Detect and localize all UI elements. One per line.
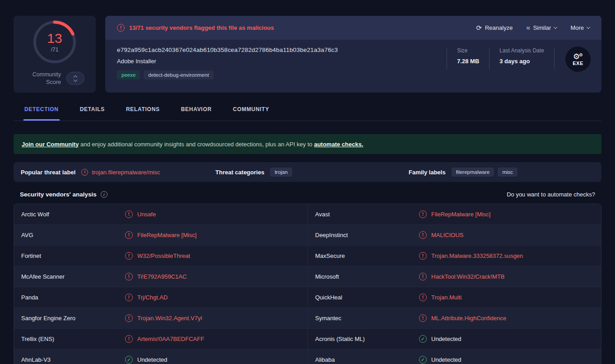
malicious-icon: ! [125, 231, 133, 239]
more-button[interactable]: More [570, 24, 590, 31]
similar-button[interactable]: ≈ Similar [526, 24, 557, 31]
vendor-result-text: Undetected [431, 336, 461, 342]
threat-classification-panel: Popular threat label ! trojan.filerepmal… [14, 162, 601, 182]
community-vote-widget[interactable] [66, 72, 84, 85]
vendor-cell: QuickHeal!Trojan.Multi [308, 287, 601, 308]
malicious-icon: ! [419, 294, 427, 301]
tab-details[interactable]: DETAILS [79, 100, 106, 121]
automate-checks-prompt[interactable]: Do you want to automate checks? [507, 191, 595, 198]
vendor-row: Sangfor Engine Zero!Trojan.Win32.Agent.V… [14, 308, 601, 329]
gears-icon: ⚙ ⚙ [573, 53, 583, 61]
tab-behavior[interactable]: BEHAVIOR [180, 100, 213, 121]
vendor-cell: Fortinet!W32/PossibleThreat [14, 246, 308, 266]
vendor-name: Panda [21, 294, 125, 301]
tab-detection[interactable]: DETECTION [23, 100, 60, 121]
info-icon[interactable]: i [101, 191, 107, 198]
family-labels-group: Family labels filerepmalwaremisc [409, 168, 594, 177]
last-analysis-value: 3 days ago [499, 58, 544, 65]
vendor-cell: Sangfor Engine Zero!Trojan.Win32.Agent.V… [14, 308, 308, 328]
file-identity: e792a959c1acb240367e024ab610b358cea7282d… [117, 47, 338, 93]
malicious-icon: ! [125, 335, 133, 343]
malicious-alert-icon: ! [117, 24, 125, 32]
file-tag-peexe[interactable]: peexe [117, 70, 140, 79]
virustotal-report-page: 13 /71 Community Score ! 13/71 security … [0, 16, 615, 364]
malicious-icon: ! [81, 169, 88, 176]
vendor-result-text: Ti!E792A959C1AC [137, 273, 186, 280]
vendor-result-text: Trojan.Multi [431, 294, 461, 301]
threat-categories-title: Threat categories [215, 169, 264, 176]
last-analysis-block: Last Analysis Date 3 days ago [489, 47, 554, 65]
file-meta: Size 7.28 MB Last Analysis Date 3 days a… [447, 47, 591, 93]
vote-down-icon[interactable] [74, 78, 77, 82]
vendor-cell: DeepInstinct!MALICIOUS [308, 225, 601, 245]
vendor-result-text: W32/PossibleThreat [137, 252, 190, 259]
vendor-name: Avast [315, 211, 419, 218]
divider [554, 47, 554, 69]
alert-message: ! 13/71 security vendors flagged this fi… [117, 24, 274, 32]
vendor-row: Fortinet!W32/PossibleThreatMaxSecure!Tro… [14, 246, 601, 266]
detections-total: /71 [51, 47, 59, 53]
vendor-result-text: Undetected [137, 356, 168, 363]
vendor-cell: MaxSecure!Trojan.Malware.333258372.susge… [308, 246, 601, 266]
file-summary-panel: ! 13/71 security vendors flagged this fi… [105, 16, 601, 93]
vendor-cell: Arctic Wolf!Unsafe [14, 204, 308, 224]
refresh-icon: ⟳ [476, 24, 482, 31]
file-tags: peexedetect-debug-environment [117, 70, 338, 79]
threat-label-text: trojan.filerepmalware/misc [92, 169, 160, 176]
vendor-name: AVG [21, 232, 125, 238]
tab-relations[interactable]: RELATIONS [125, 100, 161, 121]
popular-threat-value: ! trojan.filerepmalware/misc [81, 169, 160, 176]
family-badge-filerepmalware[interactable]: filerepmalware [452, 168, 494, 177]
detections-count: 13 [47, 32, 62, 45]
vendor-name: AhnLab-V3 [21, 356, 125, 363]
vendor-row: Panda!Trj/Chgt.ADQuickHeal!Trojan.Multi [14, 287, 601, 308]
vendor-result-text: Trojan.Malware.333258372.susgen [431, 252, 523, 259]
vendor-name: Microsoft [315, 273, 419, 280]
malicious-icon: ! [419, 314, 427, 322]
clean-icon: ✓ [419, 335, 427, 343]
vendor-result: !Trojan.Win32.Agent.V7yl [125, 314, 308, 322]
automate-checks-link[interactable]: automate checks. [314, 141, 363, 148]
score-card: 13 /71 Community Score [14, 16, 96, 93]
vendor-cell: Trellix (ENS)!Artemis!0AA7BEDFCAFF [14, 329, 308, 349]
alert-text: 13/71 security vendors flagged this file… [129, 24, 274, 31]
vendor-result: !Unsafe [125, 210, 308, 218]
file-details: e792a959c1acb240367e024ab610b358cea7282d… [105, 40, 601, 93]
threat-categories-group: Threat categories trojan [215, 168, 409, 177]
vendor-cell: Avast!FileRepMalware [Misc] [308, 204, 601, 224]
gear-small-icon: ⚙ [579, 53, 583, 57]
vendor-name: Symantec [315, 315, 419, 322]
vendor-result-text: Trojan.Win32.Agent.V7yl [137, 315, 202, 322]
vendor-result-text: Unsafe [137, 211, 156, 218]
vendor-name: Fortinet [21, 252, 125, 259]
clean-icon: ✓ [125, 356, 133, 364]
vendor-table: Arctic Wolf!UnsafeAvast!FileRepMalware [… [14, 204, 601, 364]
category-badge-trojan[interactable]: trojan [270, 168, 292, 177]
threat-category-badges: trojan [270, 168, 296, 177]
vendor-row: Trellix (ENS)!Artemis!0AA7BEDFCAFFAcroni… [14, 329, 601, 350]
vendor-result: !MALICIOUS [419, 231, 601, 239]
join-community-link[interactable]: Join our Community [22, 141, 79, 148]
vendor-result: !FileRepMalware [Misc] [419, 210, 601, 218]
vendors-analysis-title-group: Security vendors' analysis i [20, 191, 107, 198]
malicious-icon: ! [419, 210, 427, 218]
vendor-result-text: Trj/Chgt.AD [137, 294, 168, 301]
vendor-cell: Microsoft!HackTool:Win32/Crack!MTB [308, 266, 601, 287]
vendor-result-text: HackTool:Win32/Crack!MTB [431, 273, 505, 280]
file-tag-detect-debug-environment[interactable]: detect-debug-environment [144, 70, 213, 79]
vendor-result: !HackTool:Win32/Crack!MTB [419, 273, 601, 280]
vendor-row: AVG!FileRepMalware [Misc]DeepInstinct!MA… [14, 225, 601, 246]
family-badge-misc[interactable]: misc [498, 168, 517, 177]
report-header: 13 /71 Community Score ! 13/71 security … [14, 16, 601, 93]
vendor-name: Sangfor Engine Zero [21, 315, 125, 322]
community-score-label: Community Score [25, 71, 61, 86]
vendors-analysis-header: Security vendors' analysis i Do you want… [14, 182, 601, 204]
vendor-name: Trellix (ENS) [21, 336, 125, 342]
tab-community[interactable]: COMMUNITY [232, 100, 270, 121]
similar-icon: ≈ [526, 24, 530, 31]
exe-file-icon: ⚙ ⚙ EXE [565, 47, 591, 72]
chevron-down-icon [554, 25, 557, 28]
reanalyze-button[interactable]: ⟳ Reanalyze [476, 24, 512, 31]
community-score: Community Score [25, 71, 84, 86]
vendor-cell: Alibaba✓Undetected [308, 350, 601, 364]
